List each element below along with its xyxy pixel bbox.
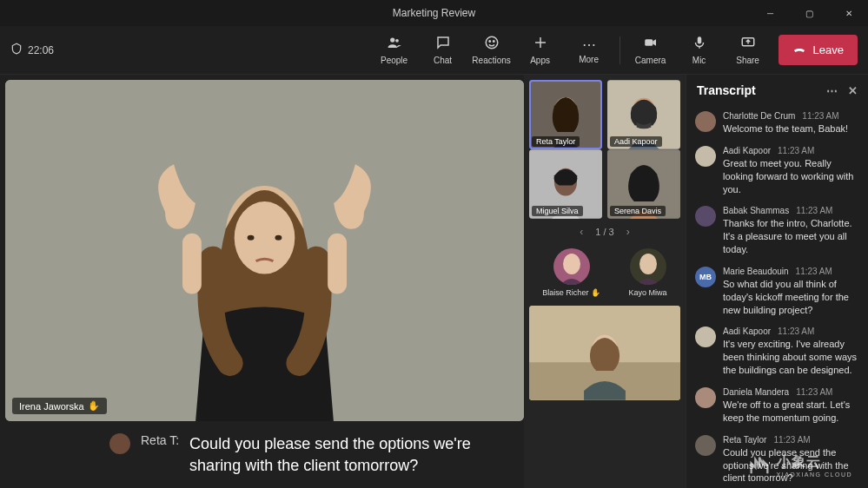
transcript-speaker: Aadi Kapoor: [723, 146, 771, 155]
people-button[interactable]: People: [371, 30, 418, 71]
tile-label: Reta Taylor: [532, 136, 580, 147]
toolbar-divider: [620, 36, 620, 64]
pager-prev[interactable]: ‹: [576, 226, 586, 238]
transcript-time: 11:23 AM: [796, 267, 832, 276]
transcript-text: Great to meet you. Really looking forwar…: [723, 157, 859, 196]
avatar: [695, 435, 716, 456]
transcript-text: Thanks for the intro, Charlotte. It's a …: [723, 217, 859, 256]
transcript-text: Could you please send the options we're …: [723, 446, 859, 485]
mic-icon: [692, 35, 707, 54]
transcript-speaker: Reta Taylor: [723, 435, 766, 445]
svg-point-2: [486, 36, 498, 49]
transcript-header: Transcript ⋯ ✕: [686, 75, 868, 106]
chat-button[interactable]: Chat: [420, 30, 467, 71]
transcript-time: 11:23 AM: [778, 146, 814, 155]
window-title: Marketing Review: [393, 7, 475, 19]
reactions-button[interactable]: Reactions: [468, 30, 515, 71]
participant-circle[interactable]: Blaise Richer ✋: [542, 248, 600, 297]
transcript-speaker: Daniela Mandera: [723, 387, 789, 397]
svg-rect-12: [328, 234, 347, 294]
pager-next[interactable]: ›: [623, 226, 633, 238]
participant-tile[interactable]: Serena Davis: [607, 149, 680, 219]
transcript-item: MB Marie Beaudouin11:23 AM So what did y…: [695, 261, 859, 322]
transcript-item: Aadi Kapoor11:23 AM Great to meet you. R…: [695, 141, 859, 201]
reactions-icon: [484, 35, 500, 54]
caption-text: Could you please send the options we're …: [189, 433, 489, 476]
maximize-button[interactable]: ▢: [790, 0, 829, 26]
avatar: [695, 146, 716, 167]
camera-button[interactable]: Camera: [627, 30, 674, 71]
participant-tile[interactable]: Aadi Kapoor: [607, 80, 680, 149]
svg-point-4: [493, 41, 494, 43]
transcript-body[interactable]: Charlotte De Crum11:23 AM Welcome to the…: [686, 106, 868, 488]
camera-icon: [643, 35, 659, 54]
transcript-close-button[interactable]: ✕: [848, 84, 858, 97]
main-video[interactable]: Irena Jaworska ✋: [5, 80, 524, 421]
transcript-time: 11:23 AM: [802, 111, 838, 121]
tile-label: Miguel Silva: [532, 206, 583, 216]
svg-rect-11: [182, 234, 202, 294]
participant-tile[interactable]: Reta Taylor: [529, 80, 602, 149]
timer-value: 22:06: [28, 44, 54, 56]
meeting-timer: 22:06: [10, 43, 54, 57]
avatar: [695, 387, 716, 408]
transcript-time: 11:23 AM: [796, 206, 832, 215]
share-icon: [740, 35, 756, 54]
transcript-time: 11:23 AM: [778, 326, 814, 336]
close-window-button[interactable]: ✕: [829, 0, 868, 26]
overflow-tile[interactable]: [529, 306, 680, 400]
participant-gallery: Reta TaylorAadi KapoorMiguel SilvaSerena…: [524, 75, 686, 488]
main-stage: Irena Jaworska ✋ Reta T: Could you pleas…: [0, 75, 524, 488]
transcript-item: Aadi Kapoor11:23 AM It's very exciting. …: [695, 321, 859, 382]
transcript-more-button[interactable]: ⋯: [826, 84, 838, 97]
people-icon: [387, 35, 402, 54]
plus-icon: [533, 35, 548, 54]
speaker-label: Irena Jaworska ✋: [12, 398, 107, 414]
transcript-text: So what did you all think of today's kic…: [723, 278, 859, 317]
raised-hand-icon: ✋: [88, 400, 100, 412]
svg-point-22: [639, 254, 657, 274]
transcript-time: 11:23 AM: [773, 435, 810, 445]
avatar: [695, 326, 716, 347]
shield-icon: [10, 43, 23, 57]
minimize-button[interactable]: ─: [751, 0, 790, 26]
svg-point-10: [235, 201, 295, 274]
participant-tile[interactable]: Miguel Silva: [529, 149, 602, 219]
avatar: MB: [695, 267, 716, 287]
svg-point-1: [395, 39, 399, 43]
hangup-icon: [792, 42, 806, 58]
caption-speaker: Reta T:: [141, 433, 179, 447]
tile-label: Aadi Kapoor: [610, 136, 662, 147]
transcript-time: 11:23 AM: [796, 387, 832, 397]
leave-button[interactable]: Leave: [779, 35, 858, 65]
transcript-speaker: Marie Beaudouin: [723, 267, 789, 276]
titlebar: Marketing Review ─ ▢ ✕: [0, 0, 868, 26]
avatar: [695, 206, 716, 227]
transcript-text: We're off to a great start. Let's keep t…: [723, 399, 859, 425]
transcript-panel: Transcript ⋯ ✕ Charlotte De Crum11:23 AM…: [686, 75, 868, 488]
transcript-speaker: Charlotte De Crum: [723, 111, 795, 121]
transcript-item: Daniela Mandera11:23 AM We're off to a g…: [695, 382, 859, 430]
avatar: [695, 111, 716, 132]
transcript-text: Welcome to the team, Babak!: [723, 122, 859, 135]
svg-point-3: [489, 41, 491, 43]
more-button[interactable]: ⋯ More: [566, 30, 613, 71]
transcript-item: Charlotte De Crum11:23 AM Welcome to the…: [695, 106, 859, 141]
gallery-pager: ‹ 1 / 3 ›: [529, 224, 680, 240]
transcript-speaker: Babak Shammas: [723, 206, 789, 215]
participant-circle[interactable]: Kayo Miwa: [629, 248, 667, 297]
chat-icon: [435, 35, 451, 54]
ellipsis-icon: ⋯: [582, 36, 596, 53]
svg-point-0: [390, 37, 394, 42]
apps-button[interactable]: Apps: [517, 30, 564, 71]
svg-point-21: [563, 254, 580, 274]
tile-label: Serena Davis: [610, 206, 666, 216]
caption-avatar: [109, 433, 130, 454]
transcript-speaker: Aadi Kapoor: [723, 326, 771, 336]
mic-button[interactable]: Mic: [676, 30, 723, 71]
svg-rect-5: [645, 39, 653, 46]
share-button[interactable]: Share: [725, 30, 772, 71]
svg-rect-6: [697, 36, 701, 43]
caption-bar: Reta T: Could you please send the option…: [5, 421, 524, 488]
pager-text: 1 / 3: [595, 227, 613, 237]
